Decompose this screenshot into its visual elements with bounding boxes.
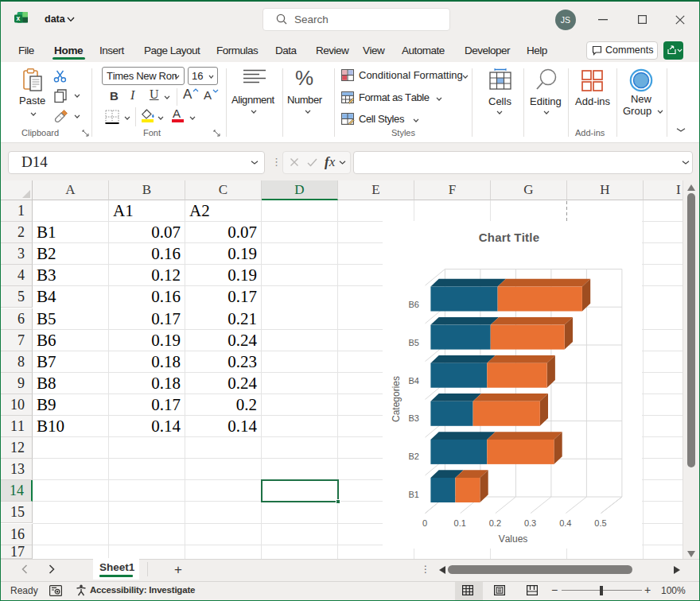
svg-text:0.1: 0.1 [454, 518, 466, 528]
svg-text:B1: B1 [409, 490, 419, 499]
svg-text:Values: Values [499, 533, 528, 545]
svg-text:B5: B5 [409, 338, 419, 347]
svg-text:B6: B6 [409, 300, 419, 309]
svg-text:Chart Title: Chart Title [479, 231, 539, 244]
svg-text:Categories: Categories [391, 376, 402, 422]
svg-text:0.2: 0.2 [489, 518, 501, 528]
svg-text:x: x [17, 14, 21, 22]
svg-text:B3: B3 [409, 413, 419, 423]
svg-text:B4: B4 [409, 376, 419, 386]
svg-text:0: 0 [422, 518, 427, 528]
svg-text:0.4: 0.4 [559, 518, 571, 528]
svg-text:B2: B2 [409, 452, 419, 461]
svg-text:0.3: 0.3 [524, 518, 536, 528]
svg-text:0.5: 0.5 [594, 518, 606, 528]
